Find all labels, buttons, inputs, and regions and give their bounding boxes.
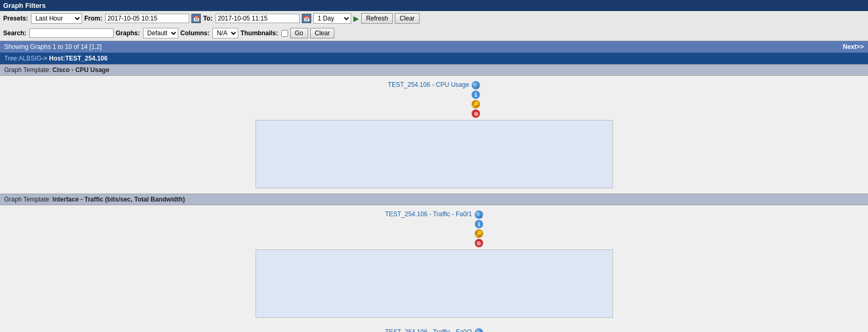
tree-arrow: -> [42, 55, 49, 62]
range-select[interactable]: 1 Day 1 Week 1 Month [313, 13, 351, 24]
template-name-1: Cisco - CPU Usage [53, 66, 109, 74]
template-bar-2: Graph Template: Interface - Traffic (bit… [0, 194, 868, 205]
clear-button-row2[interactable]: Clear [310, 28, 335, 38]
graph-link-row-2b: TEST_254.106 - Traffic - Fa0/2 🔍 ℹ [385, 328, 483, 332]
edit-icon-1[interactable]: 🔑 [472, 100, 480, 108]
template-label-1: Graph Template: [4, 66, 53, 74]
columns-select[interactable]: N/A 1 2 3 4 [212, 28, 238, 38]
graph-section-2a: TEST_254.106 - Traffic - Fa0/1 🔍 ℹ 🔑 ⊗ [0, 205, 868, 323]
graph-link-2a[interactable]: TEST_254.106 - Traffic - Fa0/1 [385, 210, 472, 218]
delete-icon-2a[interactable]: ⊗ [475, 239, 483, 247]
thumbnails-checkbox[interactable] [281, 30, 288, 37]
section-1: Graph Template: Cisco - CPU Usage TEST_2… [0, 64, 868, 194]
filter-row-2: Search: Graphs: Default All Columns: N/A… [0, 26, 868, 41]
next-link[interactable]: Next>> [843, 43, 864, 51]
graph-section-1: TEST_254.106 - CPU Usage 🔍 ℹ 🔑 ⊗ [0, 76, 868, 194]
graph-link-row-1: TEST_254.106 - CPU Usage 🔍 ℹ 🔑 ⊗ [388, 81, 481, 118]
go-button[interactable]: Go [290, 28, 308, 38]
graphs-select[interactable]: Default All [143, 28, 178, 38]
graph-image-1 [256, 120, 613, 188]
template-label-2: Graph Template: [4, 196, 53, 203]
search-input[interactable] [29, 28, 114, 38]
icon-stack-1: 🔍 ℹ 🔑 ⊗ [472, 81, 480, 118]
presets-label: Presets: [3, 15, 28, 22]
filter-row-1: Presets: Last Hour Last 2 Hours Last 4 H… [0, 11, 868, 26]
icon-stack-2a: 🔍 ℹ 🔑 ⊗ [475, 210, 483, 247]
zoom-icon-1[interactable]: 🔍 [472, 81, 480, 89]
graph-image-2a [256, 249, 613, 318]
status-bar: Showing Graphs 1 to 10 of 14 [1,2] Next>… [0, 41, 868, 53]
from-label: From: [84, 15, 102, 22]
clear-button-row1[interactable]: Clear [395, 13, 420, 24]
zoom-icon-2b[interactable]: 🔍 [475, 328, 483, 332]
presets-select[interactable]: Last Hour Last 2 Hours Last 4 Hours Last… [31, 13, 82, 24]
graph-block-2b: TEST_254.106 - Traffic - Fa0/2 🔍 ℹ [385, 328, 483, 332]
icon-stack-2b: 🔍 ℹ [475, 328, 483, 332]
edit-icon-2a[interactable]: 🔑 [475, 229, 483, 238]
graph-section-2b: TEST_254.106 - Traffic - Fa0/2 🔍 ℹ [0, 323, 868, 332]
graph-link-row-2a: TEST_254.106 - Traffic - Fa0/1 🔍 ℹ 🔑 ⊗ [385, 210, 483, 247]
tree-name: ALBSIG [19, 55, 42, 62]
thumbnails-label: Thumbnails: [240, 29, 278, 37]
from-input[interactable] [105, 14, 189, 23]
zoom-icon-2a[interactable]: 🔍 [475, 210, 483, 219]
section-2: Graph Template: Interface - Traffic (bit… [0, 194, 868, 332]
range-arrow-icon[interactable]: ▶ [353, 14, 359, 23]
search-label: Search: [3, 29, 26, 37]
graph-block-2a: TEST_254.106 - Traffic - Fa0/1 🔍 ℹ 🔑 ⊗ [256, 210, 613, 318]
info-icon-1[interactable]: ℹ [472, 90, 480, 99]
template-bar-1: Graph Template: Cisco - CPU Usage [0, 64, 868, 76]
to-label: To: [203, 15, 212, 22]
columns-label: Columns: [180, 29, 209, 37]
host-name: TEST_254.106 [65, 55, 108, 62]
title-label: Graph Filters [3, 2, 46, 9]
graph-link-1[interactable]: TEST_254.106 - CPU Usage [388, 81, 469, 88]
delete-icon-1[interactable]: ⊗ [472, 109, 480, 118]
host-label: Host: [49, 55, 65, 62]
info-icon-2a[interactable]: ℹ [475, 220, 483, 228]
to-input[interactable] [216, 14, 300, 23]
graph-block-1: TEST_254.106 - CPU Usage 🔍 ℹ 🔑 ⊗ [256, 81, 613, 188]
tree-label: Tree: [4, 55, 19, 62]
from-calendar-icon[interactable]: 📅 [191, 14, 201, 23]
graph-link-2b[interactable]: TEST_254.106 - Traffic - Fa0/2 [385, 328, 472, 332]
graphs-label: Graphs: [116, 29, 140, 37]
template-name-2: Interface - Traffic (bits/sec, Total Ban… [53, 196, 185, 203]
title-bar: Graph Filters [0, 0, 868, 11]
to-calendar-icon[interactable]: 📅 [302, 14, 311, 23]
refresh-button[interactable]: Refresh [361, 13, 393, 24]
tree-host-bar: Tree:ALBSIG-> Host:TEST_254.106 [0, 53, 868, 64]
filters-area: Presets: Last Hour Last 2 Hours Last 4 H… [0, 11, 868, 41]
showing-text: Showing Graphs 1 to 10 of 14 [1,2] [4, 43, 101, 51]
